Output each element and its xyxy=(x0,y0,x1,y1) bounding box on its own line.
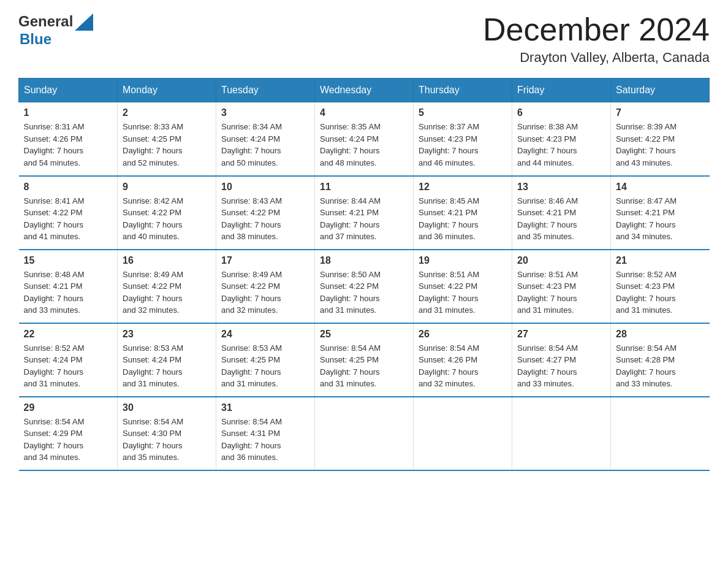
header-sunday: Sunday xyxy=(19,79,118,102)
weekday-header-row: SundayMondayTuesdayWednesdayThursdayFrid… xyxy=(19,79,710,102)
calendar-cell: 4 Sunrise: 8:35 AMSunset: 4:24 PMDayligh… xyxy=(315,102,414,176)
day-number: 25 xyxy=(320,329,408,340)
calendar-cell: 20 Sunrise: 8:51 AMSunset: 4:23 PMDaylig… xyxy=(512,250,611,323)
day-info: Sunrise: 8:54 AMSunset: 4:29 PMDaylight:… xyxy=(24,417,85,462)
week-row-3: 15 Sunrise: 8:48 AMSunset: 4:21 PMDaylig… xyxy=(19,250,710,323)
day-number: 1 xyxy=(24,107,113,118)
day-number: 8 xyxy=(24,182,113,193)
header-wednesday: Wednesday xyxy=(315,79,414,102)
day-info: Sunrise: 8:50 AMSunset: 4:22 PMDaylight:… xyxy=(320,270,381,315)
header-tuesday: Tuesday xyxy=(216,79,315,102)
day-info: Sunrise: 8:54 AMSunset: 4:28 PMDaylight:… xyxy=(616,343,677,389)
day-number: 31 xyxy=(221,402,309,413)
day-info: Sunrise: 8:44 AMSunset: 4:21 PMDaylight:… xyxy=(320,196,381,242)
calendar-cell xyxy=(414,397,512,470)
day-info: Sunrise: 8:39 AMSunset: 4:22 PMDaylight:… xyxy=(616,122,677,167)
day-info: Sunrise: 8:35 AMSunset: 4:24 PMDaylight:… xyxy=(320,122,381,167)
calendar-cell: 24 Sunrise: 8:53 AMSunset: 4:25 PMDaylig… xyxy=(216,323,315,397)
calendar-cell: 5 Sunrise: 8:37 AMSunset: 4:23 PMDayligh… xyxy=(414,102,512,176)
calendar-cell: 28 Sunrise: 8:54 AMSunset: 4:28 PMDaylig… xyxy=(611,323,710,397)
day-info: Sunrise: 8:47 AMSunset: 4:21 PMDaylight:… xyxy=(616,196,677,242)
day-info: Sunrise: 8:54 AMSunset: 4:26 PMDaylight:… xyxy=(419,343,479,389)
day-info: Sunrise: 8:37 AMSunset: 4:23 PMDaylight:… xyxy=(419,122,479,167)
day-number: 24 xyxy=(221,329,309,340)
day-info: Sunrise: 8:53 AMSunset: 4:25 PMDaylight:… xyxy=(221,343,282,389)
page-header: General Blue December 2024 Drayton Valle… xyxy=(18,12,710,66)
calendar-cell: 27 Sunrise: 8:54 AMSunset: 4:27 PMDaylig… xyxy=(512,323,611,397)
day-number: 23 xyxy=(123,329,211,340)
day-info: Sunrise: 8:54 AMSunset: 4:30 PMDaylight:… xyxy=(123,417,183,462)
month-title: December 2024 xyxy=(483,12,710,47)
calendar-cell: 23 Sunrise: 8:53 AMSunset: 4:24 PMDaylig… xyxy=(118,323,216,397)
day-info: Sunrise: 8:53 AMSunset: 4:24 PMDaylight:… xyxy=(123,343,183,389)
day-info: Sunrise: 8:41 AMSunset: 4:22 PMDaylight:… xyxy=(24,196,85,242)
calendar-cell: 19 Sunrise: 8:51 AMSunset: 4:22 PMDaylig… xyxy=(414,250,512,323)
calendar-cell: 26 Sunrise: 8:54 AMSunset: 4:26 PMDaylig… xyxy=(414,323,512,397)
day-number: 17 xyxy=(221,255,309,266)
day-number: 6 xyxy=(517,107,605,118)
svg-marker-0 xyxy=(75,13,93,31)
day-number: 29 xyxy=(24,402,113,413)
day-info: Sunrise: 8:33 AMSunset: 4:25 PMDaylight:… xyxy=(123,122,183,167)
calendar-cell: 8 Sunrise: 8:41 AMSunset: 4:22 PMDayligh… xyxy=(19,176,118,250)
header-friday: Friday xyxy=(512,79,611,102)
day-number: 15 xyxy=(24,255,113,266)
logo-general-text: General xyxy=(18,13,73,30)
day-number: 4 xyxy=(320,107,408,118)
calendar-cell: 7 Sunrise: 8:39 AMSunset: 4:22 PMDayligh… xyxy=(611,102,710,176)
calendar-cell: 1 Sunrise: 8:31 AMSunset: 4:26 PMDayligh… xyxy=(19,102,118,176)
day-number: 21 xyxy=(616,255,705,266)
day-number: 12 xyxy=(419,182,507,193)
day-info: Sunrise: 8:31 AMSunset: 4:26 PMDaylight:… xyxy=(24,122,85,167)
day-number: 7 xyxy=(616,107,705,118)
calendar-cell: 9 Sunrise: 8:42 AMSunset: 4:22 PMDayligh… xyxy=(118,176,216,250)
calendar-cell: 29 Sunrise: 8:54 AMSunset: 4:29 PMDaylig… xyxy=(19,397,118,470)
day-number: 19 xyxy=(419,255,507,266)
day-info: Sunrise: 8:54 AMSunset: 4:25 PMDaylight:… xyxy=(320,343,381,389)
day-info: Sunrise: 8:48 AMSunset: 4:21 PMDaylight:… xyxy=(24,270,85,315)
calendar-cell: 14 Sunrise: 8:47 AMSunset: 4:21 PMDaylig… xyxy=(611,176,710,250)
calendar-cell: 12 Sunrise: 8:45 AMSunset: 4:21 PMDaylig… xyxy=(414,176,512,250)
header-monday: Monday xyxy=(118,79,216,102)
calendar-table: SundayMondayTuesdayWednesdayThursdayFrid… xyxy=(18,78,710,471)
day-info: Sunrise: 8:43 AMSunset: 4:22 PMDaylight:… xyxy=(221,196,282,242)
day-info: Sunrise: 8:49 AMSunset: 4:22 PMDaylight:… xyxy=(221,270,282,315)
calendar-cell: 11 Sunrise: 8:44 AMSunset: 4:21 PMDaylig… xyxy=(315,176,414,250)
day-info: Sunrise: 8:45 AMSunset: 4:21 PMDaylight:… xyxy=(419,196,479,242)
day-number: 22 xyxy=(24,329,113,340)
calendar-cell: 16 Sunrise: 8:49 AMSunset: 4:22 PMDaylig… xyxy=(118,250,216,323)
day-number: 10 xyxy=(221,182,309,193)
day-number: 26 xyxy=(419,329,507,340)
day-number: 30 xyxy=(123,402,211,413)
logo-icon xyxy=(75,13,93,31)
day-number: 5 xyxy=(419,107,507,118)
day-number: 27 xyxy=(517,329,605,340)
calendar-cell xyxy=(512,397,611,470)
calendar-cell: 15 Sunrise: 8:48 AMSunset: 4:21 PMDaylig… xyxy=(19,250,118,323)
location-title: Drayton Valley, Alberta, Canada xyxy=(483,50,710,66)
day-number: 3 xyxy=(221,107,309,118)
week-row-4: 22 Sunrise: 8:52 AMSunset: 4:24 PMDaylig… xyxy=(19,323,710,397)
calendar-cell xyxy=(315,397,414,470)
calendar-cell: 18 Sunrise: 8:50 AMSunset: 4:22 PMDaylig… xyxy=(315,250,414,323)
calendar-cell: 17 Sunrise: 8:49 AMSunset: 4:22 PMDaylig… xyxy=(216,250,315,323)
calendar-cell: 30 Sunrise: 8:54 AMSunset: 4:30 PMDaylig… xyxy=(118,397,216,470)
day-number: 11 xyxy=(320,182,408,193)
day-number: 28 xyxy=(616,329,705,340)
day-info: Sunrise: 8:46 AMSunset: 4:21 PMDaylight:… xyxy=(517,196,578,242)
day-number: 2 xyxy=(123,107,211,118)
logo: General Blue xyxy=(18,12,93,48)
calendar-cell xyxy=(611,397,710,470)
day-info: Sunrise: 8:51 AMSunset: 4:23 PMDaylight:… xyxy=(517,270,578,315)
calendar-cell: 22 Sunrise: 8:52 AMSunset: 4:24 PMDaylig… xyxy=(19,323,118,397)
week-row-2: 8 Sunrise: 8:41 AMSunset: 4:22 PMDayligh… xyxy=(19,176,710,250)
day-number: 18 xyxy=(320,255,408,266)
day-info: Sunrise: 8:38 AMSunset: 4:23 PMDaylight:… xyxy=(517,122,578,167)
title-area: December 2024 Drayton Valley, Alberta, C… xyxy=(483,12,710,66)
header-saturday: Saturday xyxy=(611,79,710,102)
week-row-1: 1 Sunrise: 8:31 AMSunset: 4:26 PMDayligh… xyxy=(19,102,710,176)
calendar-cell: 6 Sunrise: 8:38 AMSunset: 4:23 PMDayligh… xyxy=(512,102,611,176)
day-number: 13 xyxy=(517,182,605,193)
day-info: Sunrise: 8:52 AMSunset: 4:24 PMDaylight:… xyxy=(24,343,85,389)
calendar-cell: 25 Sunrise: 8:54 AMSunset: 4:25 PMDaylig… xyxy=(315,323,414,397)
